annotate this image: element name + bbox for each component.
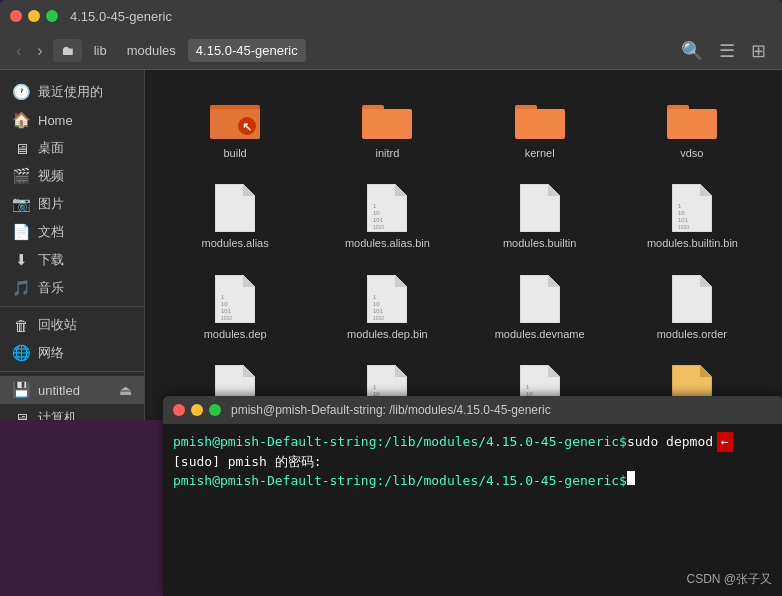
terminal-min-button[interactable] <box>191 404 203 416</box>
svg-rect-10 <box>667 109 717 139</box>
file-label-initrd: initrd <box>375 146 399 160</box>
sidebar-item-music[interactable]: 🎵 音乐 <box>0 274 144 302</box>
music-icon: 🎵 <box>12 279 30 297</box>
svg-rect-8 <box>515 109 565 139</box>
sidebar-label-documents: 文档 <box>38 223 64 241</box>
file-item-kernel[interactable]: kernel <box>466 86 614 168</box>
sidebar-item-computer[interactable]: 🖥 计算机 <box>0 404 144 420</box>
breadcrumb-active[interactable]: 4.15.0-45-generic <box>188 39 306 62</box>
sidebar-item-untitled[interactable]: 💾 untitled ⏏ <box>0 376 144 404</box>
file-label-modules-order: modules.order <box>657 327 727 341</box>
file-item-modules-dep-bin[interactable]: 1 10 101 1010 modules.dep.bin <box>313 267 461 349</box>
watermark: CSDN @张子又 <box>686 571 772 588</box>
sidebar-label-pictures: 图片 <box>38 195 64 213</box>
sidebar-item-recent[interactable]: 🕐 最近使用的 <box>0 78 144 106</box>
list-view-button[interactable]: ☰ <box>713 36 741 66</box>
file-label-modules-alias-bin: modules.alias.bin <box>345 236 430 250</box>
breadcrumb-modules[interactable]: modules <box>119 39 184 62</box>
terminal-line-3: pmish@pmish-Default-string:/lib/modules/… <box>173 471 773 491</box>
toolbar: ‹ › 🖿 lib modules 4.15.0-45-generic 🔍 ☰ … <box>0 32 782 70</box>
maximize-button[interactable] <box>46 10 58 22</box>
svg-text:10: 10 <box>678 210 685 216</box>
svg-text:101: 101 <box>373 217 384 223</box>
terminal-title-text: pmish@pmish-Default-string: /lib/modules… <box>231 403 551 417</box>
file-item-initrd[interactable]: initrd <box>313 86 461 168</box>
grid-view-button[interactable]: ⊞ <box>745 36 772 66</box>
svg-rect-6 <box>362 109 412 139</box>
svg-marker-12 <box>243 184 255 196</box>
search-button[interactable]: 🔍 <box>675 36 709 66</box>
window-controls <box>10 10 58 22</box>
sidebar-item-network[interactable]: 🌐 网络 <box>0 339 144 367</box>
sidebar-item-trash[interactable]: 🗑 回收站 <box>0 311 144 339</box>
title-bar: 4.15.0-45-generic <box>0 0 782 32</box>
file-item-vdso[interactable]: vdso <box>618 86 766 168</box>
sidebar-item-home[interactable]: 🏠 Home <box>0 106 144 134</box>
window-title: 4.15.0-45-generic <box>70 9 172 24</box>
file-item-modules-builtin[interactable]: modules.builtin <box>466 176 614 258</box>
svg-text:10: 10 <box>221 301 228 307</box>
svg-marker-42 <box>700 275 712 287</box>
sidebar-item-pictures[interactable]: 📷 图片 <box>0 190 144 218</box>
back-button[interactable]: ‹ <box>10 38 27 64</box>
sidebar-item-documents[interactable]: 📄 文档 <box>0 218 144 246</box>
terminal-arrow: ← <box>717 432 733 452</box>
recent-icon: 🕐 <box>12 83 30 101</box>
sidebar-label-trash: 回收站 <box>38 316 77 334</box>
sidebar-label-computer: 计算机 <box>38 409 77 420</box>
terminal-line-1: pmish@pmish-Default-string:/lib/modules/… <box>173 432 773 452</box>
svg-text:10: 10 <box>373 301 380 307</box>
file-label-modules-devname: modules.devname <box>495 327 585 341</box>
file-item-modules-devname[interactable]: modules.devname <box>466 267 614 349</box>
svg-text:1010: 1010 <box>373 315 384 321</box>
svg-text:↖: ↖ <box>242 120 252 134</box>
svg-marker-46 <box>395 365 407 377</box>
breadcrumb-icon[interactable]: 🖿 <box>53 39 82 62</box>
minimize-button[interactable] <box>28 10 40 22</box>
svg-marker-52 <box>548 365 560 377</box>
svg-marker-40 <box>548 275 560 287</box>
pictures-icon: 📷 <box>12 195 30 213</box>
terminal-line-2: [sudo] pmish 的密码: <box>173 452 773 472</box>
terminal-title-bar: pmish@pmish-Default-string: /lib/modules… <box>163 396 782 424</box>
sidebar: 🕐 最近使用的 🏠 Home 🖥 桌面 🎬 视频 📷 图片 📄 文档 <box>0 70 145 420</box>
terminal-sudo-text: [sudo] pmish 的密码: <box>173 452 322 472</box>
sidebar-item-downloads[interactable]: ⬇ 下载 <box>0 246 144 274</box>
terminal-close-button[interactable] <box>173 404 185 416</box>
file-item-build[interactable]: ↖ build <box>161 86 309 168</box>
sidebar-label-downloads: 下载 <box>38 251 64 269</box>
file-item-modules-order[interactable]: modules.order <box>618 267 766 349</box>
file-manager-window: 4.15.0-45-generic ‹ › 🖿 lib modules 4.15… <box>0 0 782 420</box>
desktop-icon: 🖥 <box>12 140 30 157</box>
sidebar-label-home: Home <box>38 113 73 128</box>
sidebar-label-recent: 最近使用的 <box>38 83 103 101</box>
svg-text:101: 101 <box>373 308 384 314</box>
downloads-icon: ⬇ <box>12 251 30 269</box>
computer-icon: 🖥 <box>12 410 30 421</box>
close-button[interactable] <box>10 10 22 22</box>
main-content: 🕐 最近使用的 🏠 Home 🖥 桌面 🎬 视频 📷 图片 📄 文档 <box>0 70 782 420</box>
documents-icon: 📄 <box>12 223 30 241</box>
svg-text:101: 101 <box>678 217 689 223</box>
svg-marker-58 <box>700 365 712 377</box>
file-grid: ↖ build initrd <box>145 70 782 420</box>
terminal-window: pmish@pmish-Default-string: /lib/modules… <box>163 396 782 596</box>
file-item-modules-builtin-bin[interactable]: 1 10 101 1010 modules.builtin.bin <box>618 176 766 258</box>
breadcrumb-lib[interactable]: lib <box>86 39 115 62</box>
svg-text:10: 10 <box>373 210 380 216</box>
trash-icon: 🗑 <box>12 317 30 334</box>
sidebar-item-desktop[interactable]: 🖥 桌面 <box>0 134 144 162</box>
toolbar-actions: 🔍 ☰ ⊞ <box>675 36 772 66</box>
videos-icon: 🎬 <box>12 167 30 185</box>
eject-button[interactable]: ⏏ <box>119 382 132 398</box>
sidebar-item-videos[interactable]: 🎬 视频 <box>0 162 144 190</box>
file-item-modules-dep[interactable]: 1 10 101 1010 modules.dep <box>161 267 309 349</box>
file-item-modules-alias[interactable]: modules.alias <box>161 176 309 258</box>
terminal-prompt-1: pmish@pmish-Default-string:/lib/modules/… <box>173 432 627 452</box>
forward-button[interactable]: › <box>31 38 48 64</box>
network-icon: 🌐 <box>12 344 30 362</box>
file-label-modules-dep: modules.dep <box>204 327 267 341</box>
terminal-max-button[interactable] <box>209 404 221 416</box>
sidebar-divider <box>0 306 144 307</box>
file-item-modules-alias-bin[interactable]: 1 10 101 1010 modules.alias.bin <box>313 176 461 258</box>
